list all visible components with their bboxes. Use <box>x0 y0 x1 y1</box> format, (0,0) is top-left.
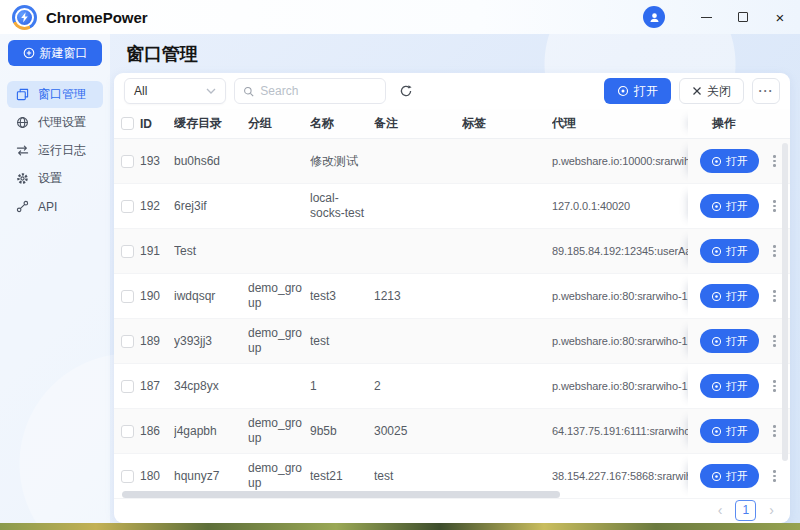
cell-cache-dir: y393jj3 <box>174 334 248 349</box>
row-checkbox[interactable] <box>121 380 134 393</box>
prev-page-button[interactable]: ‹ <box>718 503 723 517</box>
column-header-5: 标签 <box>462 115 552 132</box>
row-checkbox[interactable] <box>121 290 134 303</box>
cell-proxy: 89.185.84.192:12345:userAazd312:pa <box>552 245 688 257</box>
close-selected-button[interactable]: 关闭 <box>679 78 744 104</box>
group-filter-select[interactable]: All <box>124 78 226 104</box>
sidebar-item-1[interactable]: 代理设置 <box>7 109 103 136</box>
user-avatar[interactable] <box>643 6 665 28</box>
row-more-button[interactable] <box>771 423 778 439</box>
row-more-button[interactable] <box>771 333 778 349</box>
windows-table: ID缓存目录分组名称备注标签代理操作 193bu0hs6d修改测试p.websh… <box>114 109 790 499</box>
cell-group: demo_group <box>248 416 310 446</box>
table-row: 193bu0hs6d修改测试p.webshare.io:10000:srarwi… <box>114 139 790 184</box>
row-open-button[interactable]: 打开 <box>700 329 759 353</box>
open-circle-icon <box>711 201 722 212</box>
cell-name: 修改测试 <box>310 154 374 169</box>
column-header-0: ID <box>140 117 174 131</box>
filter-toolbar: All 打开 关闭 ··· <box>114 73 790 109</box>
row-more-button[interactable] <box>771 198 778 214</box>
cell-cache-dir: j4gapbh <box>174 424 248 439</box>
table-body: 193bu0hs6d修改测试p.webshare.io:10000:srarwi… <box>114 139 790 499</box>
new-window-button[interactable]: 新建窗口 <box>8 40 102 66</box>
row-more-button[interactable] <box>771 378 778 394</box>
table-row: 18734cp8yx12p.webshare.io:80:srarwiho-1:… <box>114 364 790 409</box>
logs-icon <box>16 144 29 157</box>
cell-name: 1 <box>310 379 374 394</box>
open-circle-icon <box>711 426 722 437</box>
close-button[interactable]: × <box>772 9 788 25</box>
table-row: 1926rej3iflocal-socks-test127.0.0.1:4002… <box>114 184 790 229</box>
sidebar-item-2[interactable]: 运行日志 <box>7 137 103 164</box>
column-header-3: 名称 <box>310 115 374 132</box>
refresh-button[interactable] <box>394 79 418 103</box>
cell-proxy: p.webshare.io:80:srarwiho-1:atonupx <box>552 290 688 302</box>
cell-proxy: p.webshare.io:80:srarwiho-1:atonupx <box>552 380 688 392</box>
cell-group: demo_group <box>248 326 310 356</box>
search-input[interactable] <box>260 84 377 98</box>
column-header-4: 备注 <box>374 115 462 132</box>
select-all-checkbox[interactable] <box>121 117 134 130</box>
cell-note: 30025 <box>374 424 462 439</box>
row-more-button[interactable] <box>771 468 778 484</box>
cell-id: 193 <box>140 154 174 168</box>
row-more-button[interactable] <box>771 243 778 259</box>
sidebar-item-label: 运行日志 <box>38 142 86 159</box>
column-header-7: 操作 <box>688 109 790 138</box>
minimize-button[interactable] <box>698 9 714 25</box>
globe-icon <box>16 116 29 129</box>
row-more-button[interactable] <box>771 288 778 304</box>
row-open-button[interactable]: 打开 <box>700 149 759 173</box>
row-open-button[interactable]: 打开 <box>700 464 759 488</box>
row-checkbox[interactable] <box>121 200 134 213</box>
open-circle-icon <box>711 246 722 257</box>
row-open-button[interactable]: 打开 <box>700 374 759 398</box>
cell-group: demo_group <box>248 281 310 311</box>
cell-cache-dir: Test <box>174 244 248 259</box>
cell-actions: 打开 <box>688 229 790 273</box>
table-row: 186j4gapbhdemo_group9b5b3002564.137.75.1… <box>114 409 790 454</box>
chevron-down-icon <box>206 88 216 94</box>
row-more-button[interactable] <box>771 153 778 169</box>
search-box <box>234 78 386 104</box>
sidebar-item-0[interactable]: 窗口管理 <box>7 81 103 108</box>
row-checkbox[interactable] <box>121 155 134 168</box>
cell-id: 192 <box>140 199 174 213</box>
cell-name: 9b5b <box>310 424 374 439</box>
row-open-button[interactable]: 打开 <box>700 419 759 443</box>
column-header-2: 分组 <box>248 115 310 132</box>
row-checkbox[interactable] <box>121 470 134 483</box>
more-actions-button[interactable]: ··· <box>752 78 780 104</box>
cell-group: demo_group <box>248 461 310 491</box>
cell-cache-dir: bu0hs6d <box>174 154 248 169</box>
sidebar-item-3[interactable]: 设置 <box>7 165 103 192</box>
row-checkbox[interactable] <box>121 245 134 258</box>
cell-name: local-socks-test <box>310 191 374 221</box>
open-selected-button[interactable]: 打开 <box>604 78 671 104</box>
vertical-scrollbar[interactable] <box>782 143 788 461</box>
row-open-button[interactable]: 打开 <box>700 284 759 308</box>
page-number[interactable]: 1 <box>735 500 756 521</box>
titlebar: ChromePower × <box>0 0 800 34</box>
cell-id: 186 <box>140 424 174 438</box>
refresh-icon <box>399 84 413 98</box>
row-checkbox[interactable] <box>121 335 134 348</box>
row-open-button[interactable]: 打开 <box>700 194 759 218</box>
plus-circle-icon <box>23 47 35 59</box>
open-circle-icon <box>711 291 722 302</box>
search-icon <box>243 85 254 98</box>
sidebar-item-4[interactable]: API <box>7 193 103 220</box>
cell-proxy: 64.137.75.191:6111:srarwiho:atonupx <box>552 425 688 437</box>
group-filter-value: All <box>134 84 147 98</box>
row-open-button[interactable]: 打开 <box>700 239 759 263</box>
cell-cache-dir: 34cp8yx <box>174 379 248 394</box>
cell-cache-dir: hqunyz7 <box>174 469 248 484</box>
open-circle-icon <box>711 471 722 482</box>
maximize-button[interactable] <box>735 9 751 25</box>
row-checkbox[interactable] <box>121 425 134 438</box>
cell-proxy: 38.154.227.167:5868:srarwiho:atonup <box>552 470 688 482</box>
table-header-row: ID缓存目录分组名称备注标签代理操作 <box>114 109 790 139</box>
cell-id: 187 <box>140 379 174 393</box>
horizontal-scrollbar[interactable] <box>122 491 560 498</box>
next-page-button[interactable]: › <box>769 503 774 517</box>
